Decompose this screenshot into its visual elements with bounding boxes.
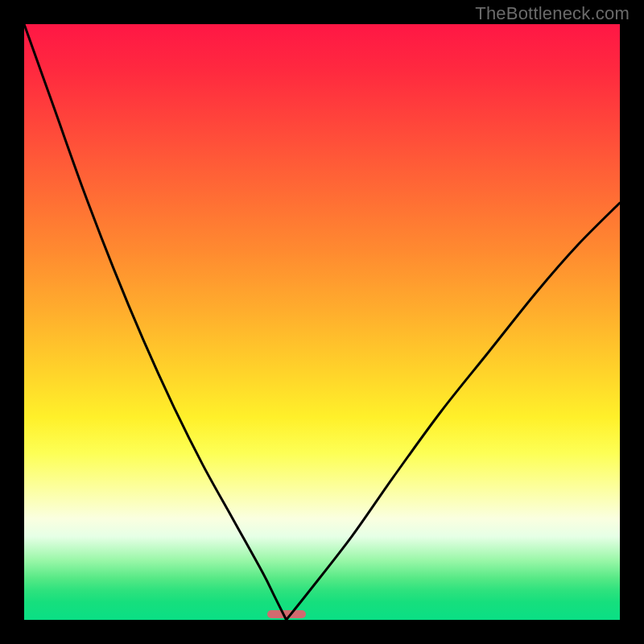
watermark-text: TheBottleneck.com [475, 3, 630, 24]
curve-svg [24, 24, 620, 620]
outer-frame: TheBottleneck.com [0, 0, 644, 644]
plot-area [24, 24, 620, 620]
curve-right [287, 203, 620, 620]
curve-left [24, 24, 287, 620]
